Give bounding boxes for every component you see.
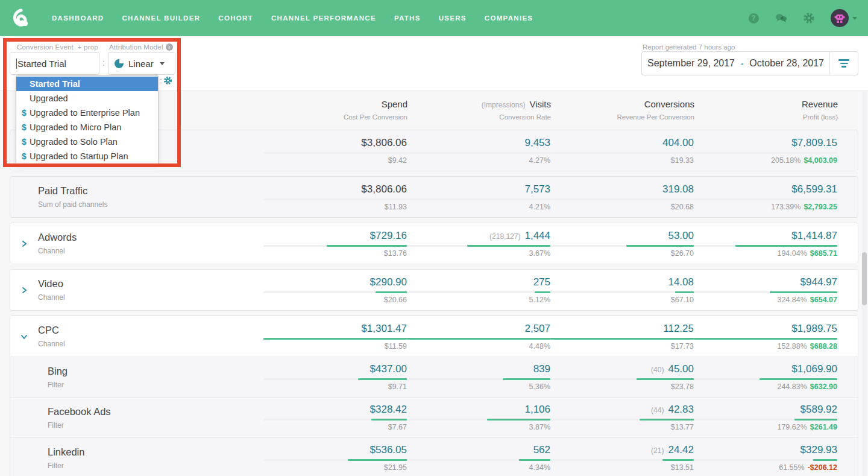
revenue-value: $1,989.75 [791, 323, 837, 335]
expand-chevron-right-icon[interactable] [10, 240, 38, 247]
bar-fill [813, 459, 837, 461]
separator-colon: : [160, 76, 162, 85]
conversion-event-dropdown: Started TrialUpgraded$Upgraded to Enterp… [16, 75, 159, 165]
dropdown-option-started-trial[interactable]: Started Trial [16, 77, 158, 91]
table-row-adwords[interactable]: AdwordsChannel$729.16$13.76(218,127)1,44… [10, 223, 858, 264]
visits-bar [407, 291, 550, 293]
date-options-icon[interactable] [830, 59, 858, 68]
conversions-bar [550, 198, 694, 200]
revenue-bar [694, 245, 837, 247]
dropdown-option-label: Upgraded to Micro Plan [30, 122, 121, 132]
nav-item-channel-performance[interactable]: CHANNEL PERFORMANCE [271, 14, 376, 22]
visits-cell: (218,127)1,4443.67% [407, 230, 550, 258]
chat-icon[interactable] [775, 12, 787, 24]
expand-chevron-down-icon[interactable] [10, 333, 38, 340]
conversions-cell: (44)42.83$13.77 [550, 404, 694, 431]
conversions-pre-value: (44) [651, 406, 664, 414]
attribution-model-select[interactable]: Linear [108, 52, 175, 75]
visits-value: 839 [533, 363, 550, 375]
spend-sub-value: $9.42 [388, 156, 407, 165]
row-subtitle: Filter [48, 462, 263, 470]
header-main-label[interactable]: Spend [382, 99, 407, 109]
nav-item-users[interactable]: USERS [439, 14, 467, 22]
conversions-sub-value: $19.33 [671, 156, 694, 165]
table-row-paid-traffic[interactable]: Paid TrafficSum of paid channels$3,806.0… [10, 177, 858, 217]
row-name-block: LinkedinFilter [38, 446, 263, 470]
add-prop-link[interactable]: + prop [78, 43, 98, 51]
bar-fill [503, 378, 550, 380]
row-subtitle: Filter [48, 381, 263, 389]
header-main-label[interactable]: Conversions [644, 99, 694, 109]
dollar-icon: $ [22, 108, 27, 118]
revenue-value: $944.97 [800, 276, 837, 288]
revenue-cell: $1,069.90244.83%$632.90 [694, 363, 837, 391]
header-main-label[interactable]: Visits [529, 99, 551, 109]
row-title: Facebook Ads [48, 406, 263, 417]
nav-item-dashboard[interactable]: DASHBOARD [52, 14, 104, 22]
header-main-label[interactable]: Revenue [802, 99, 838, 109]
visits-sub-value: 4.34% [529, 463, 550, 472]
row-subtitle: Channel [38, 247, 263, 255]
scrollbar-thumb[interactable] [862, 252, 867, 305]
help-icon[interactable]: ? [747, 12, 760, 24]
settings-gear-icon[interactable] [803, 12, 815, 24]
visits-sub-value: 4.48% [529, 342, 550, 351]
app-logo-icon[interactable] [11, 7, 33, 29]
date-end[interactable]: October 28, 2017 [749, 58, 824, 69]
row-title: Adwords [38, 232, 263, 243]
spend-sub-value: $9.71 [388, 382, 407, 391]
revenue-cell: $6,599.31173.39%$2,793.25 [694, 183, 837, 211]
header-col-visits: (Impressions)VisitsConversion Rate [407, 99, 551, 121]
table-row-facebook-ads[interactable]: Facebook AdsFilter$328.42$7.671,1063.87%… [10, 397, 858, 437]
expand-chevron-right-icon[interactable] [10, 287, 38, 294]
dropdown-option-upgraded-to-enterprise-plan[interactable]: $Upgraded to Enterprise Plan [16, 106, 158, 120]
table-row-bing[interactable]: BingFilter$437.00$9.718395.36%(40)45.00$… [10, 357, 858, 397]
conversions-sub-value: $17.73 [671, 342, 694, 351]
conversions-cell: 319.08$20.68 [550, 183, 694, 211]
revenue-bar [694, 459, 837, 461]
nav-item-cohort[interactable]: COHORT [218, 14, 253, 22]
info-icon[interactable]: i [166, 43, 173, 51]
dropdown-option-upgraded-to-solo-plan[interactable]: $Upgraded to Solo Plan [16, 135, 158, 149]
spend-sub-value: $21.95 [384, 463, 407, 472]
avatar [831, 9, 849, 27]
conversions-value: 42.83 [668, 404, 694, 416]
dropdown-option-upgraded-to-startup-plan[interactable]: $Upgraded to Startup Plan [16, 149, 158, 163]
spend-cell: $536.05$21.95 [263, 444, 407, 472]
dropdown-option-upgraded[interactable]: Upgraded [16, 91, 158, 106]
conversions-bar [550, 245, 694, 247]
row-name-block: Facebook AdsFilter [38, 406, 263, 430]
date-range-picker[interactable]: September 29, 2017 - October 28, 2017 [641, 51, 858, 75]
revenue-bar [694, 419, 837, 420]
spend-value: $290.90 [370, 276, 407, 288]
table-row-video[interactable]: VideoChannel$290.90$20.662755.12%14.08$6… [10, 270, 858, 310]
date-start[interactable]: September 29, 2017 [647, 58, 735, 69]
visits-sub-value: 4.27% [529, 156, 550, 165]
visits-cell: 8395.36% [407, 363, 550, 391]
row-name-block: Paid TrafficSum of paid channels [38, 185, 263, 209]
row-settings-gear-icon[interactable] [163, 76, 172, 85]
dropdown-option-label: Started Trial [30, 79, 80, 89]
bar-fill [371, 419, 407, 420]
nav-item-paths[interactable]: PATHS [394, 14, 421, 22]
revenue-bar [694, 291, 837, 293]
spend-bar [263, 152, 407, 154]
dropdown-option-upgraded-to-micro-plan[interactable]: $Upgraded to Micro Plan [16, 120, 158, 135]
nav-item-companies[interactable]: COMPANIES [485, 14, 533, 22]
visits-sub-value: 3.87% [529, 423, 550, 431]
row-subtitle: Channel [38, 340, 263, 348]
revenue-value: $1,069.90 [791, 363, 837, 375]
revenue-cell: $329.9361.55%-$206.12 [694, 444, 837, 472]
user-menu[interactable] [831, 9, 857, 27]
visits-value: 9,453 [524, 137, 550, 149]
nav-item-channel-builder[interactable]: CHANNEL BUILDER [122, 14, 200, 22]
visits-value: 1,106 [524, 404, 550, 416]
visits-bar [407, 419, 550, 420]
visits-cell: 2,5074.48% [407, 323, 550, 351]
table-row-linkedin[interactable]: LinkedinFilter$536.05$21.955624.34%(21)2… [10, 437, 858, 476]
conversions-value: 53.00 [668, 230, 694, 242]
bar-fill [550, 338, 694, 340]
table-row-cpc[interactable]: CPCChannel$1,301.47$11.592,5074.48%112.2… [10, 316, 858, 357]
conversion-event-input[interactable]: Started Trial [10, 52, 99, 75]
bar-fill [735, 245, 837, 247]
